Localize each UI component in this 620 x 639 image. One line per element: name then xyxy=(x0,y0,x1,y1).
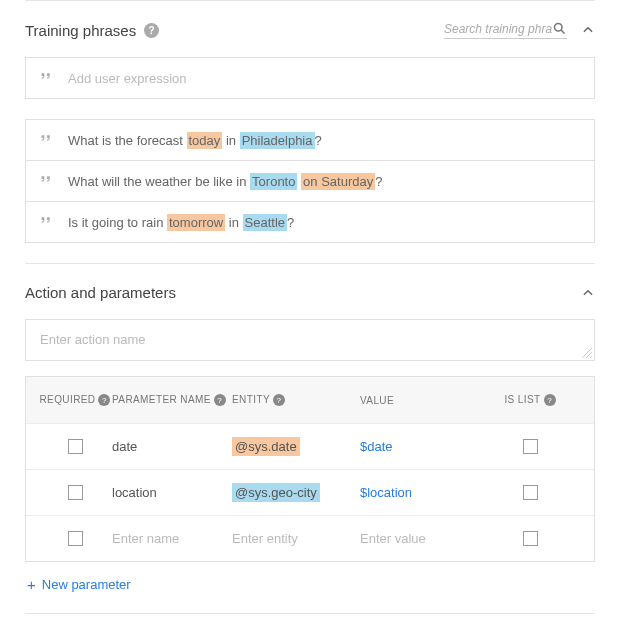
entity-highlight-date[interactable]: tomorrow xyxy=(167,214,225,231)
th-entity: ENTITY xyxy=(232,394,270,405)
training-title: Training phrases xyxy=(25,22,136,39)
required-checkbox[interactable] xyxy=(68,485,83,500)
add-expression-input[interactable] xyxy=(68,71,580,86)
help-icon[interactable]: ? xyxy=(214,394,226,406)
required-checkbox[interactable] xyxy=(68,439,83,454)
help-icon[interactable]: ? xyxy=(273,394,285,406)
resize-handle-icon[interactable] xyxy=(582,348,592,358)
parameter-empty-row[interactable]: Enter name Enter entity Enter value xyxy=(26,515,594,561)
entity-highlight-geo[interactable]: Toronto xyxy=(250,173,297,190)
add-expression-box[interactable] xyxy=(25,57,595,99)
entity-highlight-date[interactable]: on Saturday xyxy=(301,173,375,190)
training-phrase-list: What is the forecast today in Philadelph… xyxy=(25,119,595,243)
svg-line-1 xyxy=(561,30,564,33)
training-header: Training phrases ? xyxy=(25,21,595,39)
quote-icon xyxy=(40,173,54,189)
phrase-text: Is it going to rain tomorrow in Seattle? xyxy=(68,215,294,230)
entity-highlight-geo[interactable]: Philadelphia xyxy=(240,132,315,149)
param-entity[interactable]: @sys.geo-city xyxy=(232,483,320,502)
new-parameter-label: New parameter xyxy=(42,577,131,592)
search-training[interactable] xyxy=(444,21,567,39)
param-name[interactable]: location xyxy=(112,485,157,500)
training-phrases-section: Training phrases ? What is the forecast … xyxy=(25,1,595,263)
quote-icon xyxy=(40,214,54,230)
help-icon[interactable]: ? xyxy=(98,394,110,406)
action-parameters-section: Action and parameters REQUIRED? PARAMETE… xyxy=(25,264,595,613)
svg-point-0 xyxy=(555,24,563,32)
th-required: REQUIRED xyxy=(40,394,96,405)
help-icon[interactable]: ? xyxy=(544,394,556,406)
new-parameter-button[interactable]: + New parameter xyxy=(25,562,595,593)
help-icon[interactable]: ? xyxy=(144,23,159,38)
training-phrase-row[interactable]: Is it going to rain tomorrow in Seattle? xyxy=(26,202,594,242)
entity-highlight-geo[interactable]: Seattle xyxy=(243,214,287,231)
quote-icon xyxy=(40,132,54,148)
action-name-input[interactable] xyxy=(26,320,594,360)
islist-checkbox[interactable] xyxy=(523,485,538,500)
action-name-box[interactable] xyxy=(25,319,595,361)
param-name-input[interactable]: Enter name xyxy=(112,531,179,546)
param-entity-input[interactable]: Enter entity xyxy=(232,531,298,546)
search-input[interactable] xyxy=(444,22,552,36)
phrase-text: What will the weather be like in Toronto… xyxy=(68,174,382,189)
param-entity[interactable]: @sys.date xyxy=(232,437,300,456)
required-checkbox[interactable] xyxy=(68,531,83,546)
param-value[interactable]: $date xyxy=(360,439,393,454)
quote-icon xyxy=(40,70,54,86)
parameter-row[interactable]: location@sys.geo-city$location xyxy=(26,469,594,515)
parameter-row[interactable]: date@sys.date$date xyxy=(26,423,594,469)
th-value: VALUE xyxy=(360,395,394,406)
islist-checkbox[interactable] xyxy=(523,439,538,454)
plus-icon: + xyxy=(27,576,36,593)
param-value-input[interactable]: Enter value xyxy=(360,531,426,546)
islist-checkbox[interactable] xyxy=(523,531,538,546)
param-value[interactable]: $location xyxy=(360,485,412,500)
collapse-action-icon[interactable] xyxy=(581,286,595,300)
action-header: Action and parameters xyxy=(25,284,595,301)
entity-highlight-date[interactable]: today xyxy=(187,132,223,149)
training-phrase-row[interactable]: What is the forecast today in Philadelph… xyxy=(26,120,594,161)
collapse-training-icon[interactable] xyxy=(581,23,595,37)
phrase-text: What is the forecast today in Philadelph… xyxy=(68,133,322,148)
search-icon xyxy=(552,21,567,36)
th-param-name: PARAMETER NAME xyxy=(112,394,211,405)
param-name[interactable]: date xyxy=(112,439,137,454)
training-phrase-row[interactable]: What will the weather be like in Toronto… xyxy=(26,161,594,202)
th-islist: IS LIST xyxy=(504,394,540,405)
action-title: Action and parameters xyxy=(25,284,176,301)
parameter-table: REQUIRED? PARAMETER NAME? ENTITY? VALUE … xyxy=(25,376,595,562)
parameter-table-header: REQUIRED? PARAMETER NAME? ENTITY? VALUE … xyxy=(26,377,594,423)
